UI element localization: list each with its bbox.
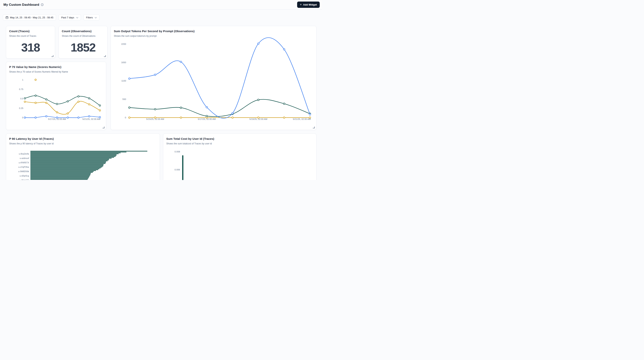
bar[interactable] [30, 178, 88, 179]
bar[interactable] [30, 175, 90, 175]
date-range-picker[interactable]: May 14, 25 : 08:45 - May 21, 25 : 08:45 [3, 14, 56, 21]
filters-dropdown[interactable]: Filters [84, 14, 100, 21]
bar[interactable] [30, 160, 109, 160]
bar[interactable] [30, 166, 103, 167]
bar[interactable] [30, 153, 120, 153]
data-point[interactable] [232, 117, 233, 118]
data-point[interactable] [46, 102, 47, 104]
data-point[interactable] [35, 102, 36, 104]
data-point[interactable] [309, 117, 311, 118]
widget-total-cost[interactable]: Sum Total Cost by User Id (Traces) Shows… [163, 134, 316, 180]
bar[interactable] [30, 174, 90, 175]
bar[interactable] [30, 177, 89, 177]
data-point[interactable] [180, 107, 182, 108]
data-point[interactable] [35, 95, 36, 97]
data-point[interactable] [258, 43, 259, 45]
bar[interactable] [30, 157, 114, 158]
bar[interactable] [30, 176, 90, 176]
bar[interactable] [30, 160, 108, 161]
x-axis-tick: 5/21/25, 02:00 AM [293, 118, 311, 120]
data-point[interactable] [24, 101, 26, 103]
bar[interactable] [30, 154, 116, 155]
widget-p75-scores[interactable]: P 75 Value by Name (Scores Numeric) Show… [6, 62, 106, 130]
info-icon[interactable] [41, 3, 44, 6]
data-point[interactable] [88, 98, 90, 99]
resize-handle-icon[interactable] [52, 55, 54, 57]
bar[interactable] [30, 179, 88, 180]
bar[interactable] [30, 168, 101, 168]
data-point[interactable] [67, 117, 68, 118]
data-point[interactable] [283, 49, 285, 50]
data-point[interactable] [35, 117, 36, 118]
bar[interactable] [30, 163, 106, 164]
data-point[interactable] [128, 107, 130, 108]
bar[interactable] [30, 170, 96, 171]
data-point[interactable] [258, 99, 259, 101]
data-point[interactable] [56, 117, 58, 118]
resize-handle-icon[interactable] [104, 55, 106, 57]
bar[interactable] [30, 156, 116, 157]
data-point[interactable] [88, 116, 90, 117]
data-point[interactable] [154, 74, 156, 76]
data-point[interactable] [206, 115, 208, 117]
data-point[interactable] [154, 117, 156, 118]
data-point[interactable] [24, 98, 26, 99]
data-point[interactable] [46, 99, 47, 100]
bar[interactable] [30, 159, 109, 160]
data-point[interactable] [232, 112, 233, 114]
data-point[interactable] [283, 117, 285, 118]
data-point[interactable] [56, 103, 58, 105]
data-point[interactable] [283, 103, 285, 104]
data-point[interactable] [154, 108, 156, 110]
bar[interactable] [30, 169, 100, 169]
bar[interactable] [30, 173, 91, 174]
p90-bar-chart[interactable]: u-8sq2w4au-aobnuxfu-tFAR5TXu-zVqP3hwu-5M… [6, 149, 160, 180]
data-point[interactable] [206, 107, 208, 108]
tokens-line-chart[interactable]: 05501100165022005/15/25, 02:00 AM5/17/25… [111, 41, 317, 124]
bar[interactable] [30, 171, 94, 172]
data-point[interactable] [78, 101, 79, 103]
bar[interactable] [30, 151, 147, 152]
bar[interactable] [30, 152, 126, 152]
data-point[interactable] [88, 104, 90, 105]
bar[interactable] [30, 164, 104, 165]
bar[interactable] [30, 177, 89, 178]
bar[interactable] [182, 155, 184, 180]
range-preset-dropdown[interactable]: Past 7 days [58, 14, 81, 21]
data-point[interactable] [78, 117, 79, 118]
bar[interactable] [30, 167, 102, 168]
data-point[interactable] [258, 117, 259, 118]
bar[interactable] [30, 169, 98, 170]
data-point[interactable] [67, 101, 68, 102]
widget-p90-latency[interactable]: P 90 Latency by User Id (Traces) Shows t… [6, 134, 160, 180]
bar[interactable] [30, 158, 112, 159]
data-point[interactable] [99, 110, 101, 111]
data-point[interactable] [46, 116, 47, 117]
resize-handle-icon[interactable] [102, 127, 104, 128]
data-point[interactable] [56, 111, 58, 113]
resize-handle-icon[interactable] [313, 127, 315, 128]
cost-bar-chart[interactable]: 0.0080.006 [163, 149, 317, 180]
widget-tokens-per-second[interactable]: Sum Output Tokens Per Second by Prompt (… [110, 26, 316, 130]
p75-line-chart[interactable]: 00.250.50.7515/17/25, 02:00 AM5/21/25, 0… [6, 77, 106, 123]
data-point[interactable] [99, 116, 101, 118]
data-point[interactable] [180, 61, 182, 63]
bar[interactable] [30, 162, 106, 163]
data-point[interactable] [99, 105, 101, 106]
data-point[interactable] [180, 117, 182, 118]
data-point[interactable] [309, 114, 311, 115]
data-point[interactable] [78, 96, 79, 97]
data-point[interactable] [67, 113, 68, 114]
bar[interactable] [30, 155, 116, 156]
bar[interactable] [30, 153, 118, 154]
data-point[interactable] [24, 117, 26, 118]
widget-count-traces[interactable]: Count (Traces) Shows the count of Traces… [6, 26, 55, 59]
bar[interactable] [30, 165, 103, 166]
add-widget-button[interactable]: + Add Widget [297, 2, 320, 8]
bar[interactable] [30, 161, 106, 162]
bar[interactable] [30, 172, 93, 173]
widget-count-observations[interactable]: Count (Observations) Shows the count of … [58, 26, 108, 59]
data-point[interactable] [128, 117, 130, 118]
data-point[interactable] [35, 79, 36, 81]
data-point[interactable] [128, 78, 130, 79]
